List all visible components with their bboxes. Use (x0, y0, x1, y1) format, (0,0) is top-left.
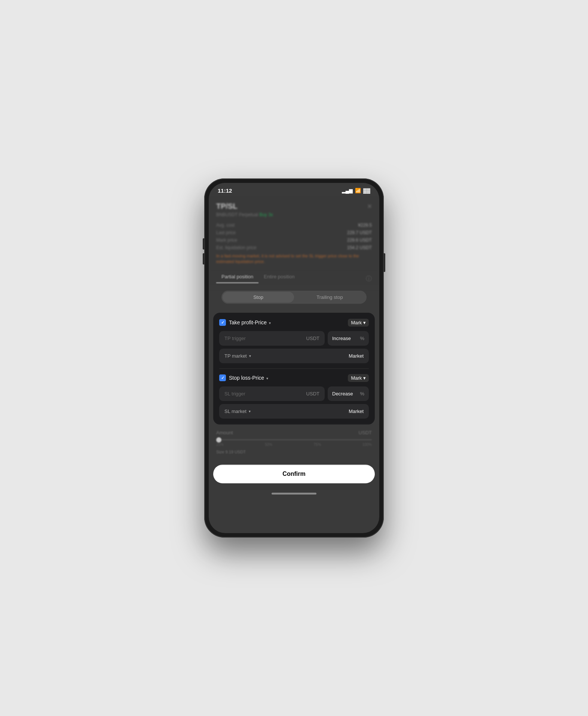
signal-icon: ▂▄▆ (342, 188, 353, 193)
sl-trigger-placeholder: SL trigger (224, 391, 245, 397)
phone-screen: 11:12 ▂▄▆ 📶 ▓▓ TP/SL BNBUSDT Perpetual B… (209, 183, 379, 533)
sl-trigger-row: SL trigger USDT Decrease % (219, 386, 369, 401)
stop-loss-checkbox[interactable] (219, 374, 226, 381)
size-text: Size 9.19 USDT (216, 450, 372, 454)
slider-mark-50: 50% (265, 443, 272, 447)
tp-trigger-input[interactable]: TP trigger USDT (219, 331, 325, 346)
stop-tabs: Stop Trailing stop (221, 291, 367, 304)
amount-label: Amount (216, 430, 233, 435)
tabs-section: Partial position Entire position ⓘ (209, 271, 379, 291)
battery-icon: ▓▓ (363, 188, 370, 193)
mark-price-value: 229.6 USDT (347, 238, 372, 243)
slider-marks: 25% 50% 75% 100% (216, 443, 372, 447)
amount-section: Amount USDT 25% 50% 75% 100% Size 9.19 U… (209, 425, 379, 465)
last-price-value: 229.7 USDT (347, 230, 372, 235)
home-bar (272, 493, 316, 495)
stop-tab[interactable]: Stop (223, 292, 294, 303)
stop-loss-header: Stop loss-Price ▾ Mark ▾ (219, 374, 369, 382)
take-profit-arrow: ▾ (269, 321, 271, 325)
tp-trigger-placeholder: TP trigger (224, 336, 246, 341)
liquidation-row: Est. liquidation price 154.2 USDT (216, 245, 372, 250)
tp-market-value: Market (349, 353, 364, 359)
power-button (384, 253, 385, 272)
amount-slider[interactable] (216, 439, 372, 440)
tp-percent-label: % (360, 336, 364, 341)
tp-trigger-suffix: USDT (306, 336, 319, 341)
tp-trigger-row: TP trigger USDT Increase % (219, 331, 369, 346)
close-icon[interactable]: × (367, 202, 372, 211)
avg-cost-row: Avg. cost ¥229.5 (216, 223, 372, 228)
slider-mark-75: 75% (313, 443, 321, 447)
confirm-button[interactable]: Confirm (213, 465, 375, 483)
stop-loss-arrow: ▾ (266, 376, 268, 380)
warning-text: In a fast-moving market, it is not advis… (216, 253, 372, 265)
trailing-stop-tab[interactable]: Trailing stop (294, 292, 365, 303)
info-circle-icon: ⓘ (366, 275, 372, 283)
liquidation-label: Est. liquidation price (216, 245, 256, 250)
slider-mark-100: 100% (362, 443, 372, 447)
trade-tag: Buy 3x (259, 212, 273, 217)
status-time: 11:12 (218, 187, 232, 194)
slider-thumb[interactable] (216, 437, 221, 443)
sl-trigger-suffix: USDT (306, 391, 319, 397)
mark-price-label: Mark price (216, 238, 237, 243)
avg-cost-value: ¥229.5 (358, 223, 372, 228)
take-profit-checkbox[interactable] (219, 319, 226, 326)
avg-cost-label: Avg. cost (216, 223, 235, 228)
sl-market-value: Market (349, 409, 364, 414)
stop-loss-mark-button[interactable]: Mark ▾ (348, 374, 369, 382)
tp-market-arrow: ▾ (249, 354, 251, 358)
take-profit-mark-button[interactable]: Mark ▾ (348, 319, 369, 327)
stop-loss-title: Stop loss-Price ▾ (229, 375, 268, 381)
wifi-icon: 📶 (355, 188, 361, 193)
partial-position-tab[interactable]: Partial position (216, 271, 258, 283)
phone-frame: 11:12 ▂▄▆ 📶 ▓▓ TP/SL BNBUSDT Perpetual B… (204, 178, 384, 538)
volume-down-button (203, 253, 204, 264)
last-price-label: Last price (216, 230, 236, 235)
sl-market-label: SL market (224, 409, 246, 414)
modal-title: TP/SL (216, 202, 273, 211)
position-tabs: Partial position Entire position (216, 271, 300, 283)
tp-increase-button[interactable]: Increase % (328, 331, 369, 346)
entire-position-tab[interactable]: Entire position (258, 271, 300, 283)
blurred-header: TP/SL BNBUSDT Perpetual Buy 3x × Avg. co… (209, 196, 379, 271)
take-profit-title: Take profit-Price ▾ (229, 319, 271, 325)
liquidation-value: 154.2 USDT (347, 245, 372, 250)
last-price-row: Last price 229.7 USDT (216, 230, 372, 235)
sl-percent-label: % (360, 391, 364, 397)
stop-loss-section: Stop loss-Price ▾ Mark ▾ SL trigger USDT (219, 374, 369, 419)
stop-loss-left: Stop loss-Price ▾ (219, 374, 268, 381)
mark-price-row: Mark price 229.6 USDT (216, 238, 372, 243)
slider-mark-25: 25% (216, 443, 224, 447)
volume-up-button (203, 238, 204, 250)
main-panel: Take profit-Price ▾ Mark ▾ TP trigger US… (213, 313, 375, 425)
home-indicator (209, 489, 379, 498)
tp-market-left: TP market ▾ (224, 353, 251, 359)
take-profit-section: Take profit-Price ▾ Mark ▾ TP trigger US… (219, 319, 369, 363)
take-profit-left: Take profit-Price ▾ (219, 319, 271, 326)
sl-market-arrow: ▾ (249, 409, 251, 413)
info-rows: Avg. cost ¥229.5 Last price 229.7 USDT M… (216, 223, 372, 265)
status-bar: 11:12 ▂▄▆ 📶 ▓▓ (209, 183, 379, 196)
sl-trigger-input[interactable]: SL trigger USDT (219, 386, 325, 401)
sl-market-left: SL market ▾ (224, 409, 251, 414)
amount-row: Amount USDT (216, 430, 372, 435)
amount-suffix: USDT (359, 430, 372, 435)
sl-decrease-label: Decrease (332, 391, 353, 397)
tp-market-label: TP market (224, 353, 247, 359)
tp-increase-label: Increase (332, 336, 351, 341)
sl-market-row: SL market ▾ Market (219, 404, 369, 419)
confirm-section: Confirm (209, 465, 379, 489)
take-profit-header: Take profit-Price ▾ Mark ▾ (219, 319, 369, 327)
tp-market-row: TP market ▾ Market (219, 349, 369, 363)
sl-decrease-button[interactable]: Decrease % (328, 386, 369, 401)
modal-subtitle: BNBUSDT Perpetual Buy 3x (216, 212, 273, 217)
status-icons: ▂▄▆ 📶 ▓▓ (342, 188, 370, 193)
section-divider (219, 368, 369, 369)
